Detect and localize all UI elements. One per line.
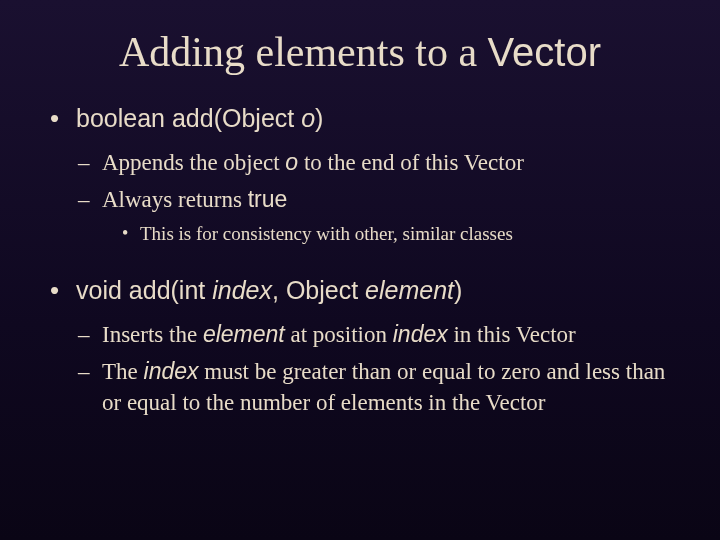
sig1-name: add(Object: [172, 104, 301, 132]
sig1-desc-2: Always returns true: [78, 184, 670, 215]
sig1-param: o: [301, 104, 315, 132]
sig2-d2-t1: The: [102, 359, 144, 384]
sig2-desc-2: The index must be greater than or equal …: [78, 356, 670, 418]
slide: Adding elements to a Vector boolean add(…: [0, 0, 720, 540]
sig2-d1-t1: Inserts the: [102, 322, 203, 347]
sig2-d2-c1: index: [144, 358, 199, 384]
sig1-d1-c1: o: [285, 149, 298, 175]
sig1-d2-c1: true: [248, 186, 288, 212]
title-code: Vector: [488, 30, 601, 74]
sig1-ret: boolean: [76, 104, 165, 132]
sig1-d2-t1: Always returns: [102, 187, 248, 212]
sig2-mid: , Object: [272, 276, 365, 304]
sig2-d1-t2: at position: [285, 322, 393, 347]
sig1-note-text: This is for consistency with other, simi…: [140, 223, 513, 244]
sig2-d1-c1: element: [203, 321, 285, 347]
slide-title: Adding elements to a Vector: [50, 28, 670, 76]
sig2-param1: index: [212, 276, 272, 304]
sig2-close: ): [454, 276, 462, 304]
method-signature-2: void add(int index, Object element): [50, 274, 670, 307]
title-prefix: Adding elements to a: [119, 29, 488, 75]
sig1-note: This is for consistency with other, simi…: [122, 221, 670, 247]
method-signature-1: boolean add(Object o): [50, 102, 670, 135]
sig2-ret: void: [76, 276, 122, 304]
sig1-desc-1: Appends the object o to the end of this …: [78, 147, 670, 178]
sig2-d1-t3: in this Vector: [448, 322, 576, 347]
sig1-d1-t1: Appends the object: [102, 150, 285, 175]
sig2-d1-c2: index: [393, 321, 448, 347]
sig1-d1-t2: to the end of this Vector: [298, 150, 524, 175]
sig1-close: ): [315, 104, 323, 132]
sig2-param2: element: [365, 276, 454, 304]
sig2-name: add(int: [129, 276, 212, 304]
sig2-desc-1: Inserts the element at position index in…: [78, 319, 670, 350]
